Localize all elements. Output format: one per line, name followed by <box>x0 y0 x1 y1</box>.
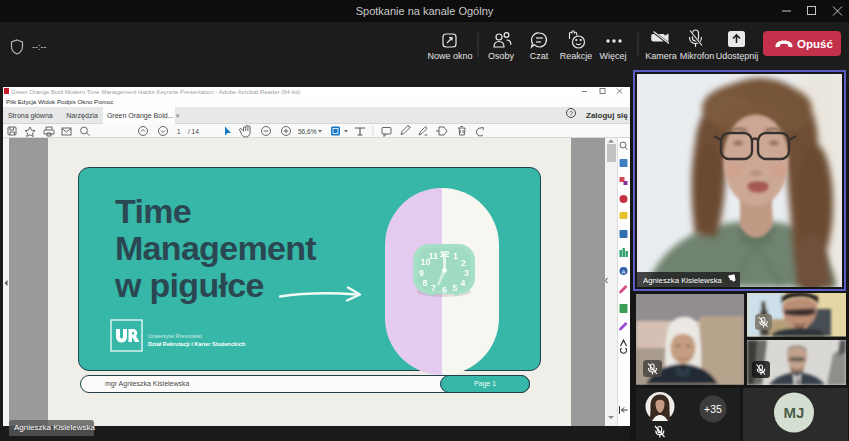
svg-text:Nowe okno: Nowe okno <box>427 51 472 61</box>
svg-text:Opuść: Opuść <box>797 38 833 50</box>
svg-text:1: 1 <box>177 128 181 135</box>
svg-text:+35: +35 <box>704 403 722 415</box>
svg-text:Kamera: Kamera <box>645 51 677 61</box>
svg-text:56,6%: 56,6% <box>298 128 317 135</box>
svg-text:MJ: MJ <box>784 404 805 421</box>
svg-text:5: 5 <box>452 283 457 293</box>
svg-text:Udostępnij: Udostępnij <box>716 51 759 61</box>
svg-text:/ 14: / 14 <box>188 128 199 135</box>
svg-text:Osoby: Osoby <box>488 51 515 61</box>
svg-text:A: A <box>621 269 625 275</box>
svg-text:Więcej: Więcej <box>599 51 626 61</box>
svg-text:6: 6 <box>442 285 447 295</box>
svg-text:3: 3 <box>464 268 469 278</box>
svg-text:7: 7 <box>431 283 436 293</box>
svg-text:11: 11 <box>429 251 439 261</box>
svg-text:--:--: --:-- <box>32 42 47 52</box>
svg-text:Reakcje: Reakcje <box>560 51 593 61</box>
svg-text:Agnieszka Kisielewska: Agnieszka Kisielewska <box>643 276 723 285</box>
svg-text:4: 4 <box>460 278 465 288</box>
svg-text:2: 2 <box>461 258 466 268</box>
svg-text:Czat: Czat <box>530 51 549 61</box>
svg-text:Mikrofon: Mikrofon <box>680 51 715 61</box>
svg-text:1: 1 <box>453 251 458 261</box>
svg-text:8: 8 <box>422 278 427 288</box>
svg-text:9: 9 <box>419 268 424 278</box>
